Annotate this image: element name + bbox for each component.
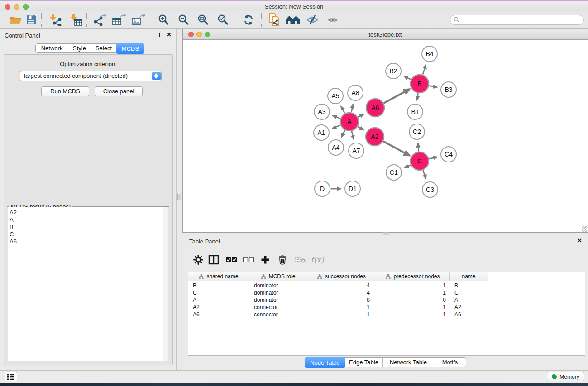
column-header[interactable]: shared name: [188, 272, 249, 281]
graph-node[interactable]: B: [411, 75, 429, 93]
list-item[interactable]: A: [8, 216, 168, 224]
delete-column-button[interactable]: [276, 254, 289, 266]
graph-edge[interactable]: [429, 86, 437, 87]
import-table-button[interactable]: [68, 13, 84, 27]
column-visibility-button[interactable]: [207, 254, 220, 266]
table-cell: 4: [307, 290, 376, 296]
graph-edge[interactable]: [341, 106, 344, 113]
new-network-from-selection-button[interactable]: [267, 13, 282, 27]
graph-node[interactable]: D: [315, 181, 330, 196]
table-row[interactable]: A2connector11A2: [188, 304, 585, 311]
list-item[interactable]: B: [8, 224, 168, 231]
network-canvas[interactable]: B4B2BB3A8A5A6B1A3AC2A1A2A4A7C4CC1DD1C3: [182, 40, 588, 233]
graph-edge[interactable]: [384, 89, 410, 103]
graph-node[interactable]: B3: [441, 82, 456, 97]
open-session-button[interactable]: [8, 13, 23, 27]
graph-node[interactable]: B1: [407, 104, 423, 119]
column-header[interactable]: predecessor nodes: [376, 272, 450, 281]
graphics-details-button[interactable]: [305, 13, 320, 27]
graph-node[interactable]: C: [411, 152, 429, 170]
tab-style[interactable]: Style: [68, 44, 91, 52]
select-all-rows-button[interactable]: [225, 254, 238, 266]
table-row[interactable]: Bdominator41B: [188, 282, 585, 289]
graph-edge[interactable]: [404, 76, 411, 79]
graph-node[interactable]: A5: [328, 88, 343, 104]
save-session-button[interactable]: [24, 13, 39, 27]
graph-node[interactable]: A: [340, 113, 359, 131]
graph-node[interactable]: B4: [422, 46, 437, 62]
graph-node[interactable]: D1: [345, 181, 360, 196]
table-settings-button[interactable]: [191, 254, 205, 266]
graph-node[interactable]: A6: [366, 99, 384, 117]
graph-edge[interactable]: [405, 165, 411, 168]
tab-mcds[interactable]: MCDS: [116, 43, 144, 54]
graph-node[interactable]: A8: [348, 85, 363, 100]
float-panel-icon[interactable]: [159, 33, 163, 37]
export-network-button[interactable]: [92, 13, 108, 27]
zoom-selected-button[interactable]: [215, 13, 231, 27]
graph-edge[interactable]: [332, 125, 340, 129]
zoom-in-button[interactable]: [156, 13, 172, 27]
tab-select[interactable]: Select: [91, 44, 117, 52]
graph-node[interactable]: A7: [349, 143, 364, 158]
home-button[interactable]: [285, 13, 301, 27]
vertical-split-divider[interactable]: [177, 29, 182, 370]
divider-handle[interactable]: [177, 194, 181, 200]
criterion-dropdown[interactable]: largest connected component (directed): [20, 71, 162, 81]
import-network-button[interactable]: [48, 13, 63, 27]
refresh-button[interactable]: [241, 13, 256, 27]
zoom-out-button[interactable]: [176, 13, 191, 27]
graph-node[interactable]: A1: [314, 125, 329, 140]
column-header[interactable]: MCDS role: [249, 272, 307, 281]
scrollbar[interactable]: [163, 207, 168, 361]
close-panel-icon[interactable]: ✕: [167, 31, 172, 38]
graph-edge[interactable]: [341, 130, 345, 137]
graph-edge[interactable]: [383, 141, 410, 156]
table-row[interactable]: A6connector11A6: [188, 311, 585, 318]
export-table-button[interactable]: [111, 13, 127, 27]
task-history-button[interactable]: [5, 372, 17, 381]
memory-button[interactable]: Memory: [547, 372, 584, 381]
graph-edge[interactable]: [333, 116, 340, 119]
graph-node[interactable]: C1: [386, 165, 402, 180]
graph-edge[interactable]: [352, 131, 354, 139]
run-mcds-button[interactable]: Run MCDS: [41, 86, 89, 96]
list-item[interactable]: C: [8, 231, 168, 238]
graph-edge[interactable]: [423, 65, 426, 75]
graph-node[interactable]: B2: [386, 63, 401, 79]
list-item[interactable]: A2: [8, 207, 168, 216]
add-column-button[interactable]: [258, 254, 272, 266]
tab-network[interactable]: Network: [36, 44, 68, 52]
graph-edge[interactable]: [418, 143, 419, 152]
table-row[interactable]: Adominator80A: [188, 296, 585, 304]
graph-edge[interactable]: [358, 114, 364, 117]
graph-edge[interactable]: [358, 127, 364, 130]
search-field[interactable]: [450, 15, 584, 25]
graph-edge[interactable]: [423, 170, 426, 178]
tab-node-table[interactable]: Node Table: [305, 357, 345, 368]
graph-edge[interactable]: [429, 157, 437, 159]
close-panel-button[interactable]: Close panel: [95, 86, 143, 96]
tab-network-table[interactable]: Network Table: [383, 358, 434, 367]
tab-motifs[interactable]: Motifs: [434, 358, 466, 367]
float-panel-icon[interactable]: [570, 239, 574, 243]
search-input[interactable]: [460, 17, 583, 23]
export-image-button[interactable]: [131, 13, 146, 27]
column-header[interactable]: name: [450, 272, 488, 281]
graph-edge[interactable]: [417, 93, 418, 100]
list-item[interactable]: A6: [8, 238, 168, 245]
graph-node[interactable]: C3: [422, 182, 438, 197]
graph-edge[interactable]: [351, 105, 353, 112]
table-row[interactable]: Cdominator41C: [188, 289, 585, 296]
zoom-fit-button[interactable]: [196, 13, 211, 27]
graph-node[interactable]: C2: [409, 124, 425, 139]
close-panel-icon[interactable]: ✕: [577, 237, 582, 244]
deselect-all-rows-button[interactable]: [242, 254, 255, 266]
graph-node[interactable]: A4: [328, 140, 344, 155]
tab-edge-table[interactable]: Edge Table: [345, 358, 383, 367]
column-header[interactable]: successor nodes: [307, 272, 376, 281]
graph-node[interactable]: A2: [366, 128, 384, 146]
graph-node[interactable]: A3: [314, 104, 330, 119]
resize-grip[interactable]: [582, 226, 587, 232]
graph-node[interactable]: C4: [441, 147, 456, 162]
